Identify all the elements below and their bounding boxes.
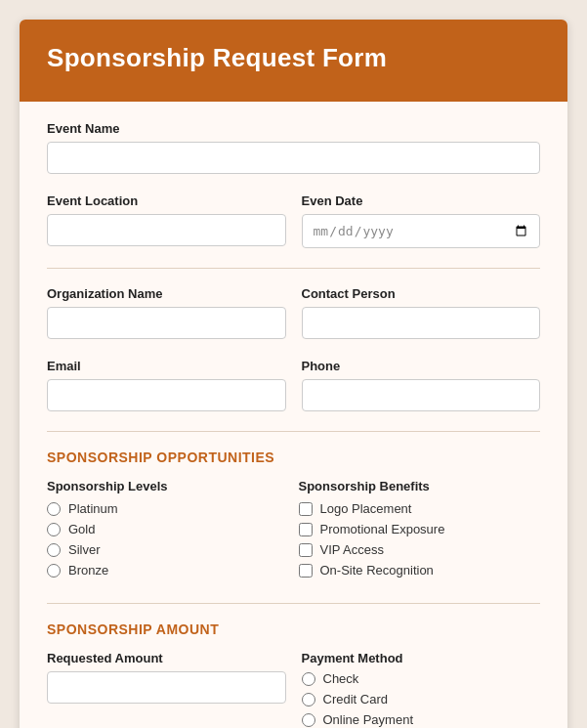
phone-section: Phone xyxy=(302,359,541,411)
benefit-promo-exposure-label: Promotional Exposure xyxy=(320,522,445,536)
benefit-promo-exposure-checkbox[interactable] xyxy=(299,523,313,536)
email-section: Email xyxy=(47,359,286,411)
level-gold-label: Gold xyxy=(68,522,95,536)
payment-check-label: Check xyxy=(323,671,359,686)
benefit-vip-access: VIP Access xyxy=(299,542,541,557)
payment-method-col: Payment Method Check Credit Card Online … xyxy=(302,651,541,728)
level-gold: Gold xyxy=(47,522,289,536)
payment-check: Check xyxy=(302,671,541,686)
form-body: Event Name Event Location Even Date Orga… xyxy=(20,102,567,728)
event-name-section: Event Name xyxy=(47,121,540,174)
payment-online: Online Payment xyxy=(302,712,541,727)
benefit-vip-access-checkbox[interactable] xyxy=(299,543,313,557)
payment-credit-card: Credit Card xyxy=(302,692,541,707)
event-name-label: Event Name xyxy=(47,121,540,136)
org-name-input[interactable] xyxy=(47,307,286,339)
payment-online-radio[interactable] xyxy=(302,713,315,727)
location-date-row: Event Location Even Date xyxy=(47,193,540,248)
benefit-onsite-recognition-checkbox[interactable] xyxy=(299,564,313,578)
sponsorship-benefits-label: Sponsorship Benefits xyxy=(299,479,541,493)
level-bronze-label: Bronze xyxy=(68,563,108,578)
event-name-input[interactable] xyxy=(47,142,540,174)
divider-2 xyxy=(47,431,540,432)
sponsorship-levels-col: Sponsorship Levels Platinum Gold Silver xyxy=(47,479,289,583)
sponsorship-amount-section: SPONSORSHIP AMOUNT Requested Amount Paym… xyxy=(47,621,540,728)
sponsorship-opportunities-title: SPONSORSHIP OPPORTUNITIES xyxy=(47,450,540,465)
benefit-promo-exposure: Promotional Exposure xyxy=(299,522,541,536)
amount-grid: Requested Amount Payment Method Check Cr… xyxy=(47,651,540,728)
payment-check-radio[interactable] xyxy=(302,672,315,686)
org-contact-row: Organization Name Contact Person xyxy=(47,286,540,339)
event-date-section: Even Date xyxy=(302,193,541,248)
requested-amount-label: Requested Amount xyxy=(47,651,286,665)
benefit-logo-placement-checkbox[interactable] xyxy=(299,502,313,516)
payment-online-label: Online Payment xyxy=(323,712,414,727)
org-name-section: Organization Name xyxy=(47,286,286,339)
level-silver-label: Silver xyxy=(68,542,101,557)
contact-person-section: Contact Person xyxy=(302,286,541,339)
phone-input[interactable] xyxy=(302,379,541,411)
form-title: Sponsorship Request Form xyxy=(47,43,540,73)
contact-person-input[interactable] xyxy=(302,307,541,339)
sponsorship-levels-label: Sponsorship Levels xyxy=(47,479,289,493)
event-date-input[interactable] xyxy=(302,214,541,248)
benefit-logo-placement-label: Logo Placement xyxy=(320,501,412,516)
level-silver: Silver xyxy=(47,542,289,557)
level-silver-radio[interactable] xyxy=(47,543,61,557)
divider-3 xyxy=(47,603,540,604)
sponsorship-benefits-col: Sponsorship Benefits Logo Placement Prom… xyxy=(299,479,541,583)
benefit-logo-placement: Logo Placement xyxy=(299,501,541,516)
event-date-label: Even Date xyxy=(302,193,541,208)
payment-method-label: Payment Method xyxy=(302,651,541,665)
level-gold-radio[interactable] xyxy=(47,523,61,536)
sponsorship-amount-title: SPONSORSHIP AMOUNT xyxy=(47,621,540,637)
level-platinum-radio[interactable] xyxy=(47,502,61,516)
benefit-onsite-recognition-label: On-Site Recognition xyxy=(320,563,434,578)
requested-amount-col: Requested Amount xyxy=(47,651,286,704)
payment-credit-card-label: Credit Card xyxy=(323,692,388,707)
phone-label: Phone xyxy=(302,359,541,373)
event-location-label: Event Location xyxy=(47,193,286,208)
contact-person-label: Contact Person xyxy=(302,286,541,301)
level-platinum: Platinum xyxy=(47,501,289,516)
event-location-section: Event Location xyxy=(47,193,286,248)
level-bronze: Bronze xyxy=(47,563,289,578)
email-label: Email xyxy=(47,359,286,373)
email-input[interactable] xyxy=(47,379,286,411)
email-phone-row: Email Phone xyxy=(47,359,540,411)
form-container: Sponsorship Request Form Event Name Even… xyxy=(20,20,567,728)
requested-amount-input[interactable] xyxy=(47,671,286,704)
org-name-label: Organization Name xyxy=(47,286,286,301)
form-header: Sponsorship Request Form xyxy=(20,20,567,97)
level-platinum-label: Platinum xyxy=(68,501,118,516)
benefit-vip-access-label: VIP Access xyxy=(320,542,385,557)
sponsorship-opportunities-section: SPONSORSHIP OPPORTUNITIES Sponsorship Le… xyxy=(47,450,540,583)
benefit-onsite-recognition: On-Site Recognition xyxy=(299,563,541,578)
level-bronze-radio[interactable] xyxy=(47,564,61,578)
sponsorship-grid: Sponsorship Levels Platinum Gold Silver xyxy=(47,479,540,583)
divider-1 xyxy=(47,268,540,269)
payment-credit-card-radio[interactable] xyxy=(302,693,315,707)
event-location-input[interactable] xyxy=(47,214,286,246)
